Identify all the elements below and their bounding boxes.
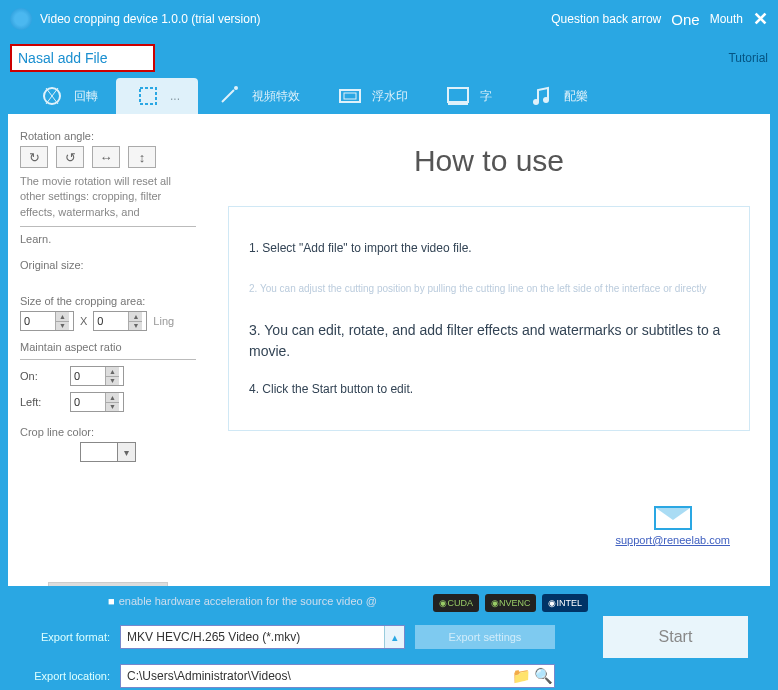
watermark-icon bbox=[336, 84, 364, 108]
rotation-note: The movie rotation will reset all other … bbox=[20, 174, 196, 220]
preview-button[interactable]: Pre... bbox=[48, 582, 168, 586]
svg-rect-3 bbox=[340, 90, 360, 102]
down-icon[interactable]: ▼ bbox=[105, 377, 119, 386]
app-title: Video cropping device 1.0.0 (trial versi… bbox=[40, 12, 261, 26]
export-location-field[interactable]: 📁 🔍 bbox=[120, 664, 555, 688]
crop-size-label: Size of the cropping area: bbox=[20, 295, 196, 307]
export-location-input[interactable] bbox=[121, 667, 510, 685]
rotation-angle-label: Rotation angle: bbox=[20, 130, 196, 142]
export-location-label: Export location: bbox=[30, 670, 110, 682]
subtitle-icon bbox=[444, 84, 472, 108]
tab-label: 回轉 bbox=[74, 88, 98, 105]
on-input[interactable] bbox=[71, 367, 105, 385]
topbar: Nasal add File Tutorial bbox=[0, 38, 778, 78]
export-settings-label: Export settings bbox=[449, 631, 522, 643]
color-dropdown[interactable]: ▾ bbox=[118, 442, 136, 462]
start-label: Start bbox=[659, 628, 693, 646]
cuda-badge: ◉ CUDA bbox=[433, 594, 479, 612]
close-icon[interactable]: ✕ bbox=[753, 8, 768, 30]
one-label[interactable]: One bbox=[671, 11, 699, 28]
help-link[interactable]: Question back arrow bbox=[551, 12, 661, 26]
on-stepper[interactable]: ▲▼ bbox=[70, 366, 124, 386]
divider bbox=[20, 359, 196, 360]
export-settings-button[interactable]: Export settings bbox=[415, 625, 555, 649]
intel-badge: ◉ INTEL bbox=[542, 594, 588, 612]
add-file-label: Nasal add File bbox=[18, 50, 108, 66]
learn-label: Learn. bbox=[20, 233, 196, 245]
up-icon[interactable]: ▲ bbox=[105, 393, 119, 403]
chevron-up-icon[interactable]: ▴ bbox=[384, 626, 404, 648]
down-icon[interactable]: ▼ bbox=[55, 322, 69, 331]
hw-label: enable hardware acceleration for the sou… bbox=[119, 595, 377, 607]
rotate-cw-button[interactable]: ↻ bbox=[20, 146, 48, 168]
x-label: X bbox=[80, 315, 87, 327]
add-file-button[interactable]: Nasal add File bbox=[10, 44, 155, 72]
tab-label: 視頻特效 bbox=[252, 88, 300, 105]
aspect-ratio-label[interactable]: Maintain aspect ratio bbox=[20, 341, 196, 353]
tab-label: 配樂 bbox=[564, 88, 588, 105]
tab-rotate[interactable]: 回轉 bbox=[20, 78, 116, 114]
left-label: Left: bbox=[20, 396, 60, 408]
crop-icon bbox=[134, 84, 162, 108]
rotate-icon bbox=[38, 84, 66, 108]
bottom-panel: ■ enable hardware acceleration for the s… bbox=[0, 586, 778, 690]
content-area: How to use 1. Select "Add file" to impor… bbox=[208, 114, 770, 586]
up-icon[interactable]: ▲ bbox=[55, 312, 69, 322]
export-format-combo[interactable]: ▴ bbox=[120, 625, 405, 649]
svg-point-7 bbox=[533, 99, 539, 105]
crop-width-input[interactable] bbox=[21, 312, 55, 330]
flip-v-button[interactable]: ↕ bbox=[128, 146, 156, 168]
tab-crop[interactable]: ... bbox=[116, 78, 198, 114]
ling-label: Ling bbox=[153, 315, 174, 327]
tab-label: 字 bbox=[480, 88, 492, 105]
export-format-input[interactable] bbox=[121, 628, 384, 646]
svg-rect-6 bbox=[448, 102, 468, 105]
tab-effects[interactable]: 視頻特效 bbox=[198, 78, 318, 114]
tab-bar: 回轉 ... 視頻特效 浮水印 字 配樂 bbox=[0, 78, 778, 114]
tab-subtitle[interactable]: 字 bbox=[426, 78, 510, 114]
step-1: 1. Select "Add file" to import the video… bbox=[249, 239, 729, 257]
tutorial-link[interactable]: Tutorial bbox=[728, 51, 768, 65]
svg-point-8 bbox=[543, 97, 549, 103]
start-button[interactable]: Start bbox=[603, 616, 748, 658]
sidebar: Rotation angle: ↻ ↺ ↔ ↕ The movie rotati… bbox=[8, 114, 208, 586]
folder-icon[interactable]: 📁 bbox=[510, 667, 532, 685]
original-size-label: Original size: bbox=[20, 259, 196, 271]
down-icon[interactable]: ▼ bbox=[105, 403, 119, 412]
music-icon bbox=[528, 84, 556, 108]
mouth-label[interactable]: Mouth bbox=[710, 12, 743, 26]
titlebar: Video cropping device 1.0.0 (trial versi… bbox=[0, 0, 778, 38]
up-icon[interactable]: ▲ bbox=[128, 312, 142, 322]
down-icon[interactable]: ▼ bbox=[128, 322, 142, 331]
svg-rect-1 bbox=[140, 88, 156, 104]
left-input[interactable] bbox=[71, 393, 105, 411]
crop-height-input[interactable] bbox=[94, 312, 128, 330]
step-4: 4. Click the Start button to edit. bbox=[249, 380, 729, 398]
howto-title: How to use bbox=[228, 144, 750, 178]
divider bbox=[20, 226, 196, 227]
steps-box: 1. Select "Add file" to import the video… bbox=[228, 206, 750, 431]
svg-point-2 bbox=[234, 86, 238, 90]
search-icon[interactable]: 🔍 bbox=[532, 667, 554, 685]
app-logo bbox=[10, 8, 32, 30]
color-swatch[interactable] bbox=[80, 442, 118, 462]
rotate-ccw-button[interactable]: ↺ bbox=[56, 146, 84, 168]
wand-icon bbox=[216, 84, 244, 108]
step-3: 3. You can edit, rotate, and add filter … bbox=[249, 320, 729, 362]
crop-height-stepper[interactable]: ▲▼ bbox=[93, 311, 147, 331]
tab-label: ... bbox=[170, 89, 180, 103]
crop-width-stepper[interactable]: ▲▼ bbox=[20, 311, 74, 331]
svg-rect-4 bbox=[344, 93, 356, 99]
tab-music[interactable]: 配樂 bbox=[510, 78, 606, 114]
hw-checkbox[interactable]: ■ bbox=[108, 595, 115, 607]
on-label: On: bbox=[20, 370, 60, 382]
left-stepper[interactable]: ▲▼ bbox=[70, 392, 124, 412]
support-link[interactable]: support@reneelab.com bbox=[615, 534, 730, 546]
mail-icon bbox=[654, 506, 692, 530]
flip-h-button[interactable]: ↔ bbox=[92, 146, 120, 168]
crop-line-color-label: Crop line color: bbox=[20, 426, 196, 438]
export-format-label: Export format: bbox=[30, 631, 110, 643]
up-icon[interactable]: ▲ bbox=[105, 367, 119, 377]
tab-watermark[interactable]: 浮水印 bbox=[318, 78, 426, 114]
tab-label: 浮水印 bbox=[372, 88, 408, 105]
